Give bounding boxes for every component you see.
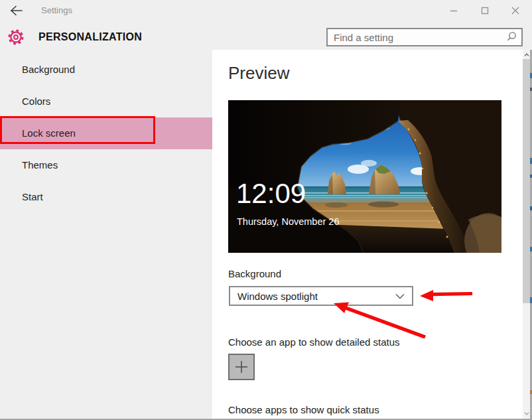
preview-heading: Preview [228, 63, 289, 84]
minimize-icon [450, 7, 458, 15]
lock-screen-time: 12:09 [236, 178, 306, 209]
chevron-down-icon [395, 293, 405, 299]
background-dropdown[interactable]: Windows spotlight [229, 286, 413, 306]
background-dropdown-value: Windows spotlight [230, 291, 395, 302]
close-button[interactable] [504, 3, 527, 19]
background-label: Background [228, 268, 281, 279]
window-title: Settings [41, 5, 72, 15]
close-icon [511, 7, 519, 15]
search-icon[interactable] [505, 31, 517, 43]
search-box[interactable] [326, 28, 523, 46]
back-arrow-icon [11, 7, 22, 15]
sidebar-item-start[interactable]: Start [0, 181, 212, 213]
back-button[interactable] [9, 4, 25, 17]
window-header: Settings PERSONALIZATION [0, 0, 532, 50]
maximize-icon [481, 7, 489, 15]
quick-status-label: Choose apps to show quick status [228, 404, 379, 415]
plus-icon [235, 360, 248, 374]
personalization-gear-icon [7, 29, 25, 46]
scrollbar-thumb[interactable] [523, 59, 530, 303]
add-detailed-status-app-button[interactable] [228, 354, 255, 380]
page-title: PERSONALIZATION [38, 31, 142, 43]
sidebar-item-background[interactable]: Background [0, 54, 212, 86]
sidebar-item-colors[interactable]: Colors [0, 86, 212, 117]
settings-window: Settings PERSONALIZATION [0, 0, 532, 420]
search-input[interactable] [328, 32, 505, 43]
lock-screen-date: Thursday, November 26 [237, 216, 339, 227]
scrollbar-up-icon[interactable] [524, 52, 529, 58]
minimize-button[interactable] [442, 3, 465, 19]
sidebar: Background Colors Lock screen Themes Sta… [0, 50, 212, 420]
maximize-button[interactable] [474, 3, 496, 19]
detailed-status-label: Choose an app to show detailed status [228, 336, 400, 348]
scrollbar[interactable] [523, 50, 530, 420]
lock-screen-preview: 12:09 Thursday, November 26 [228, 100, 501, 253]
scrollbar-down-icon[interactable] [524, 411, 529, 416]
sidebar-item-themes[interactable]: Themes [0, 149, 212, 181]
sidebar-item-lock-screen[interactable]: Lock screen [0, 117, 212, 149]
